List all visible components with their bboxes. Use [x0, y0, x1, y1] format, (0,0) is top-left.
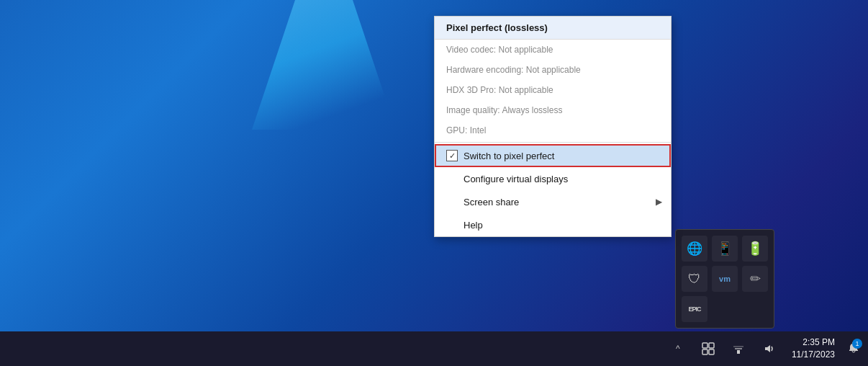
menu-item-label-screen-share: Screen share: [464, 197, 659, 207]
clock-time: 2:35 PM: [792, 336, 835, 349]
menu-info-video-codec: Video codec: Not applicable: [435, 40, 671, 60]
menu-info-hdx3d: HDX 3D Pro: Not applicable: [435, 80, 671, 100]
notification-button[interactable]: 1: [845, 339, 862, 359]
menu-item-screen-share[interactable]: Screen share ▶: [435, 190, 671, 213]
svg-rect-4: [737, 350, 740, 354]
tray-popup-icon-network[interactable]: 🌐: [682, 236, 707, 262]
menu-item-configure-virtual-displays[interactable]: Configure virtual displays: [435, 167, 671, 190]
menu-info-hardware-encoding: Hardware encoding: Not applicable: [435, 60, 671, 80]
taskbar: ^: [0, 331, 868, 366]
tray-expand-button[interactable]: ^: [665, 336, 691, 362]
menu-info-image-quality: Image quality: Always lossless: [435, 100, 671, 120]
check-placeholder-1: [446, 173, 458, 184]
menu-info-gpu: GPU: Intel: [435, 120, 671, 140]
svg-rect-5: [735, 348, 742, 349]
tray-popup-icon-phone[interactable]: 📱: [712, 236, 738, 262]
tray-popup-icon-epic[interactable]: EPIC: [682, 296, 707, 322]
volume-tray-icon[interactable]: [756, 336, 782, 362]
submenu-arrow-icon: ▶: [656, 197, 662, 207]
task-view-button[interactable]: [695, 336, 721, 362]
context-menu: Pixel perfect (lossless) Video codec: No…: [434, 16, 672, 237]
tray-popup-icon-shield[interactable]: 🛡: [682, 266, 707, 292]
check-placeholder-3: [446, 219, 458, 231]
svg-rect-0: [702, 343, 707, 348]
menu-header-label: Pixel perfect (lossless): [446, 22, 548, 33]
tray-popup-icon-vm[interactable]: vm: [712, 266, 738, 292]
taskbar-right: ^: [665, 336, 862, 362]
menu-item-label-switch-pixel-perfect: Switch to pixel perfect: [464, 151, 659, 161]
notification-count-badge: 1: [852, 339, 862, 349]
check-placeholder-2: [446, 196, 458, 207]
svg-marker-7: [765, 345, 770, 352]
network-tray-icon[interactable]: [725, 336, 751, 362]
svg-rect-1: [709, 343, 714, 348]
desktop: Pixel perfect (lossless) Video codec: No…: [0, 0, 868, 366]
svg-rect-3: [709, 349, 714, 354]
svg-rect-2: [702, 349, 707, 354]
tray-popup: 🌐 📱 🔋 🛡 vm ✏ EPIC: [675, 229, 774, 329]
menu-item-help[interactable]: Help: [435, 213, 671, 236]
tray-popup-icon-battery[interactable]: 🔋: [742, 236, 768, 262]
menu-item-switch-pixel-perfect[interactable]: ✓ Switch to pixel perfect: [435, 144, 671, 167]
tray-popup-icon-brush[interactable]: ✏: [742, 266, 768, 292]
system-clock[interactable]: 2:35 PM 11/17/2023: [786, 336, 841, 361]
system-tray: ^: [665, 336, 862, 362]
checkmark-icon: ✓: [446, 150, 458, 161]
svg-rect-6: [733, 346, 743, 347]
menu-header: Pixel perfect (lossless): [435, 17, 671, 40]
menu-divider-1: [435, 142, 671, 143]
clock-date: 11/17/2023: [792, 349, 835, 361]
menu-item-label-configure-virtual-displays: Configure virtual displays: [464, 174, 659, 184]
menu-item-label-help: Help: [464, 220, 659, 231]
